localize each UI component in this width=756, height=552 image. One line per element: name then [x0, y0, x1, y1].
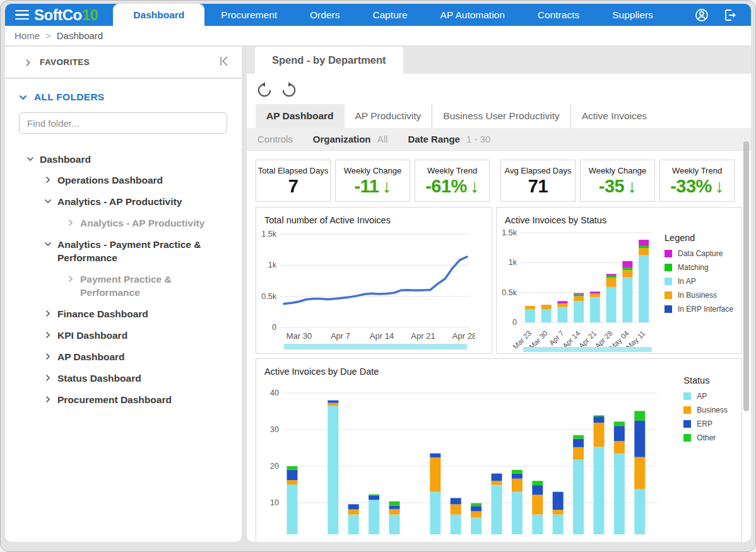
refresh-toolbar — [247, 74, 751, 104]
kpi-card-total-elapsed-days-0: Total Elapsed Days7 — [256, 160, 331, 202]
legend-item-label: In ERP Interface — [678, 305, 733, 314]
nav-tab-contracts[interactable]: Contracts — [521, 4, 596, 26]
subtab-business-user-productivity[interactable]: Business User Productivity — [432, 104, 570, 128]
kpi-number: -35 — [599, 176, 624, 196]
nav-tab-orders[interactable]: Orders — [293, 4, 356, 26]
chevron-right-icon[interactable] — [44, 331, 52, 339]
tree-item-analytics-ap-productivity[interactable]: Analytics - AP Productivity — [19, 192, 229, 213]
tree-item-operations-dashboard[interactable]: Operations Dashboard — [19, 170, 229, 192]
down-arrow-icon: ↓ — [470, 176, 479, 196]
breadcrumb-home[interactable]: Home — [15, 30, 40, 41]
kpi-card-weekly-trend-2: Weekly Trend-61%↓ — [415, 160, 490, 202]
legend-swatch — [664, 278, 672, 285]
hamburger-icon[interactable] — [5, 4, 34, 26]
legend-item-matching[interactable]: Matching — [664, 263, 738, 272]
logo-text: SoftCo — [34, 6, 82, 24]
subtab-ap-productivity[interactable]: AP Productivity — [345, 104, 432, 128]
subtab-active-invoices[interactable]: Active Invoices — [570, 104, 658, 128]
chevron-right-icon[interactable] — [44, 396, 52, 403]
logout-button[interactable] — [716, 4, 743, 26]
chart-total-active-invoices: Total number of Active Invoices 00.5k1k1… — [256, 207, 492, 354]
kpi-label: Weekly Trend — [660, 166, 734, 175]
legend-item-other[interactable]: Other — [683, 433, 728, 442]
legend-item-data-capture[interactable]: Data Capture — [664, 249, 738, 258]
organization-filter[interactable]: Organization All — [313, 134, 388, 144]
tree-item-label: Operations Dashboard — [57, 174, 163, 187]
nav-tab-procurement[interactable]: Procurement — [204, 4, 293, 26]
all-folders-toggle[interactable]: ALL FOLDERS — [19, 91, 229, 103]
nav-tab-ap-automation[interactable]: AP Automation — [424, 4, 521, 26]
legend-swatch — [664, 264, 672, 271]
legend-swatch — [683, 406, 691, 414]
user-account-button[interactable] — [688, 4, 716, 26]
legend-item-erp[interactable]: ERP — [683, 420, 728, 428]
due-date-bar-chart-svg: 10203040 — [256, 377, 723, 534]
nav-tabs: DashboardProcurementOrdersCaptureAP Auto… — [113, 4, 669, 26]
tree-item-analytics-ap-productivity[interactable]: Analytics - AP Productivity — [19, 213, 229, 235]
legend-swatch — [683, 420, 691, 428]
tree-item-analytics-payment-practice-performance[interactable]: Analytics - Payment Practice & Performan… — [19, 235, 229, 269]
legend-item-in-business[interactable]: In Business — [664, 291, 738, 300]
controls-bar: Controls Organization All Date Range 1 -… — [247, 128, 751, 151]
legend-item-in-erp-interface[interactable]: In ERP Interface — [664, 305, 738, 314]
kpi-card-weekly-trend-5: Weekly Trend-33%↓ — [659, 160, 735, 202]
subtab-ap-dashboard[interactable]: AP Dashboard — [256, 104, 345, 128]
chevron-down-icon[interactable] — [44, 240, 52, 248]
refresh-ccw-button[interactable] — [256, 82, 273, 98]
legend-item-in-ap[interactable]: In AP — [664, 277, 738, 286]
legend-item-business[interactable]: Business — [683, 406, 728, 414]
kpi-row: Total Elapsed Days7Weekly Change-11↓Week… — [247, 151, 751, 207]
legend-item-ap[interactable]: AP — [683, 392, 728, 401]
chevron-right-icon[interactable] — [44, 353, 52, 360]
collapse-panel-button[interactable] — [218, 55, 230, 70]
svg-text:1k: 1k — [509, 258, 517, 267]
refresh-cw-button[interactable] — [281, 82, 297, 98]
nav-tab-suppliers[interactable]: Suppliers — [596, 4, 670, 26]
svg-text:Apr 7: Apr 7 — [331, 331, 350, 341]
tree-item-procurement-dashboard[interactable]: Procurement Dashboard — [19, 389, 229, 411]
tree-item-payment-practice-performance[interactable]: Payment Practice & Performance — [19, 269, 229, 304]
chevron-right-icon[interactable] — [44, 176, 52, 184]
tree-item-finance-dashboard[interactable]: Finance Dashboard — [19, 303, 229, 325]
kpi-label: Weekly Change — [581, 166, 654, 175]
date-range-filter[interactable]: Date Range 1 - 30 — [408, 134, 490, 144]
refresh-cw-icon — [281, 82, 297, 98]
kpi-card-weekly-change-1: Weekly Change-11↓ — [335, 160, 410, 202]
chart-active-invoices-by-status: Active Invoices by Status 00.5k1k1.5kMar… — [496, 207, 742, 354]
svg-text:0.5k: 0.5k — [502, 288, 517, 297]
tree-item-status-dashboard[interactable]: Status Dashboard — [19, 368, 229, 389]
nav-tab-dashboard[interactable]: Dashboard — [113, 4, 204, 26]
chevron-right-icon[interactable] — [67, 219, 74, 226]
vertical-scrollbar-thumb[interactable] — [743, 141, 749, 411]
svg-text:1.5k: 1.5k — [502, 228, 517, 237]
kpi-label: Avg Elapsed Days — [501, 166, 575, 175]
svg-text:Apr 21: Apr 21 — [411, 331, 435, 341]
kpi-value: -33%↓ — [660, 176, 734, 197]
app-window: SoftCo10 DashboardProcurementOrdersCaptu… — [0, 0, 756, 552]
nav-tab-capture[interactable]: Capture — [356, 4, 423, 26]
svg-text:1k: 1k — [268, 261, 277, 269]
chevron-down-icon[interactable] — [27, 155, 34, 163]
breadcrumb-separator: > — [45, 30, 51, 41]
tree-item-ap-dashboard[interactable]: AP Dashboard — [19, 346, 229, 368]
chevron-right-icon[interactable] — [44, 310, 52, 317]
tree-item-kpi-dashboard[interactable]: KPI Dashboard — [19, 325, 229, 346]
sidebar-body: ALL FOLDERS DashboardOperations Dashboar… — [5, 79, 242, 411]
legend-item-label: In AP — [678, 277, 696, 286]
favorites-header[interactable]: FAVORITES — [5, 47, 242, 79]
legend-title: Legend — [664, 233, 738, 243]
legend-swatch — [664, 291, 672, 299]
chevron-down-icon[interactable] — [44, 197, 52, 205]
breadcrumb-current: Dashboard — [57, 30, 103, 41]
top-navbar: SoftCo10 DashboardProcurementOrdersCaptu… — [5, 4, 751, 26]
tree-item-dashboard[interactable]: Dashboard — [19, 149, 229, 170]
page-tab-spend-by-department[interactable]: Spend - by Department — [255, 47, 403, 74]
tree-item-label: Finance Dashboard — [57, 308, 148, 321]
chevron-right-icon[interactable] — [44, 374, 52, 382]
line-chart-svg: 00.5k1k1.5kMar 30Apr 7Apr 14Apr 21Apr 28 — [256, 226, 475, 351]
find-folder-input[interactable] — [19, 112, 227, 134]
legend-swatch — [664, 250, 672, 257]
page-tab-strip: Spend - by Department — [247, 47, 751, 74]
chevron-right-icon[interactable] — [67, 275, 74, 283]
legend-swatch — [683, 434, 691, 442]
